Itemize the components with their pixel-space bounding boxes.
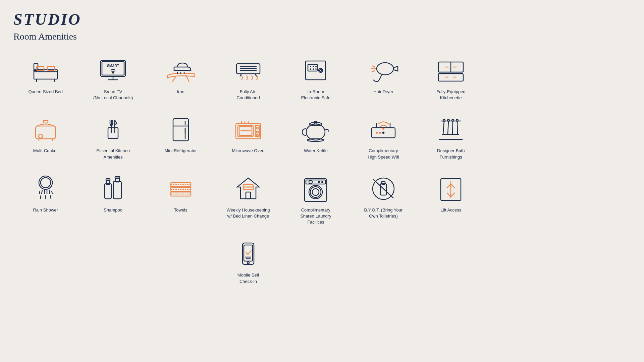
svg-line-104 <box>50 195 51 199</box>
svg-point-30 <box>315 66 317 67</box>
amenity-wifi: ComplimentaryHigh Speed Wifi <box>351 111 415 163</box>
svg-point-140 <box>247 262 249 264</box>
electronic-safe-label: In-RoomElectronic Safe <box>301 89 330 101</box>
svg-line-86 <box>452 121 453 134</box>
svg-line-84 <box>443 121 444 134</box>
svg-point-92 <box>456 119 458 121</box>
air-conditioned-icon <box>231 55 265 85</box>
svg-rect-119 <box>243 185 253 187</box>
wifi-label: ComplimentaryHigh Speed Wifi <box>368 148 399 160</box>
hair-dryer-icon <box>367 55 400 85</box>
hair-dryer-label: Hair Dryer <box>373 89 393 95</box>
svg-rect-50 <box>108 128 118 138</box>
air-conditioned-label: Fully Air-Conditioned <box>236 89 260 101</box>
svg-point-29 <box>313 66 314 67</box>
amenity-shampoo: Shampoo <box>81 170 145 229</box>
svg-point-66 <box>256 131 258 133</box>
svg-line-100 <box>49 190 50 194</box>
amenity-microwave: Microwave Oven <box>216 111 280 163</box>
svg-line-102 <box>40 195 41 199</box>
svg-line-85 <box>448 121 448 134</box>
microwave-label: Microwave Oven <box>232 148 265 154</box>
svg-point-127 <box>312 189 319 195</box>
mobile-checkin-label: Mobile SelfCheck-In <box>237 272 259 284</box>
svg-text:SMART: SMART <box>107 64 119 68</box>
svg-line-97 <box>42 190 42 194</box>
svg-rect-129 <box>380 184 386 195</box>
svg-point-123 <box>318 181 320 183</box>
svg-rect-120 <box>305 179 327 201</box>
svg-rect-38 <box>438 74 463 81</box>
amenity-byot: B.Y.O.T. (Bring YourOwn Toiletries) <box>351 170 415 229</box>
svg-point-77 <box>382 128 384 130</box>
kitchen-amenities-label: Essential KitchenAmenities <box>96 148 130 160</box>
svg-rect-117 <box>246 192 251 199</box>
svg-point-67 <box>256 134 258 136</box>
multi-cooker-label: Multi-Cooker <box>33 148 58 154</box>
towels-label: Towels <box>174 207 187 213</box>
svg-point-31 <box>310 68 311 70</box>
svg-rect-105 <box>105 184 111 199</box>
svg-rect-0 <box>34 70 57 79</box>
svg-point-91 <box>452 119 454 121</box>
kitchenette-label: Fully-EquippedKitchenette <box>436 89 466 101</box>
amenity-kitchenette: Fully-EquippedKitchenette <box>419 52 483 104</box>
water-kettle-label: Water Kettle <box>304 148 328 154</box>
amenity-electronic-safe: In-RoomElectronic Safe <box>284 52 348 104</box>
towels-icon <box>164 174 198 204</box>
svg-point-33 <box>315 68 317 70</box>
svg-point-65 <box>256 127 258 129</box>
svg-point-36 <box>377 63 393 75</box>
svg-point-95 <box>41 178 51 188</box>
svg-line-96 <box>39 191 40 194</box>
amenities-grid: Queen-Sized Bed SMART Smart TV(No Local … <box>13 52 483 229</box>
byot-label: B.Y.O.T. (Bring YourOwn Toiletries) <box>364 207 403 219</box>
amenity-mobile-checkin: Mobile SelfCheck-In <box>221 235 275 288</box>
housekeeping-label: Weekly Housekeepingw/ Bed Linen Change <box>226 207 270 219</box>
svg-rect-46 <box>43 120 48 123</box>
svg-line-98 <box>44 190 45 194</box>
rain-shower-label: Rain Shower <box>33 207 58 213</box>
amenity-lift: Lift Access <box>419 170 483 229</box>
amenity-kitchen-amenities: Essential KitchenAmenities <box>81 111 145 163</box>
housekeeping-icon <box>231 174 265 204</box>
svg-line-103 <box>45 195 46 199</box>
amenity-air-conditioned: Fully Air-Conditioned <box>216 52 280 104</box>
rain-shower-icon <box>29 174 62 204</box>
svg-point-80 <box>382 132 384 134</box>
amenity-iron: Iron <box>149 52 213 104</box>
amenity-laundry: ComplimentaryShared LaundryFacilities <box>284 170 348 229</box>
svg-point-124 <box>321 181 323 183</box>
amenity-towels: Towels <box>149 170 213 229</box>
svg-point-72 <box>306 124 325 140</box>
electronic-safe-icon <box>299 55 332 85</box>
svg-rect-35 <box>305 73 306 75</box>
svg-rect-27 <box>308 64 317 71</box>
smart-tv-label: Smart TV(No Local Channels) <box>93 89 133 101</box>
svg-point-28 <box>310 66 311 67</box>
section-title: Room Amenities <box>13 31 631 42</box>
svg-point-89 <box>443 119 445 121</box>
svg-point-32 <box>313 68 314 70</box>
queen-bed-label: Queen-Sized Bed <box>28 89 63 95</box>
microwave-icon <box>231 114 265 144</box>
svg-line-101 <box>52 191 52 194</box>
laundry-icon <box>299 174 332 204</box>
amenity-bath-furnishings: Designer BathFurnishings <box>419 111 483 163</box>
amenity-mini-fridge: Mini Refrigerator <box>149 111 213 163</box>
bath-furnishings-label: Designer BathFurnishings <box>437 148 465 160</box>
multi-cooker-icon <box>29 114 62 144</box>
amenity-hair-dryer: Hair Dryer <box>351 52 415 104</box>
studio-title: STUDIO <box>13 10 631 28</box>
smart-tv-icon: SMART <box>96 55 130 85</box>
mobile-checkin-icon <box>231 239 265 269</box>
amenity-smart-tv: SMART Smart TV(No Local Channels) <box>81 52 145 104</box>
svg-point-79 <box>379 132 381 134</box>
bath-furnishings-icon <box>434 114 468 144</box>
kitchenette-icon <box>434 55 468 85</box>
svg-point-125 <box>309 185 322 199</box>
iron-label: Iron <box>177 89 184 95</box>
lift-icon <box>434 174 468 204</box>
amenity-water-kettle: Water Kettle <box>284 111 348 163</box>
iron-icon <box>164 55 198 85</box>
